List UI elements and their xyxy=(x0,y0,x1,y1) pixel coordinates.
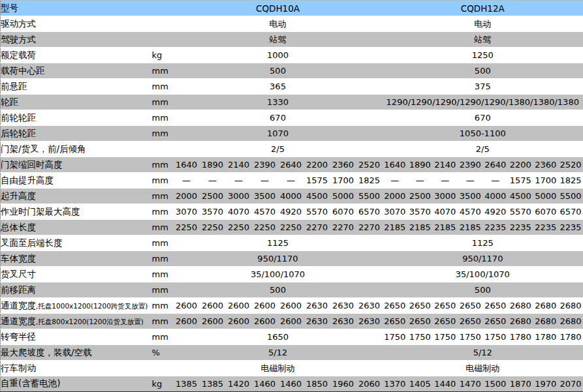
row-label: 通道宽度,托盘1000x1200(1200跨货叉放置) xyxy=(1,298,152,314)
table-row: 前移距离mm500500 xyxy=(1,282,583,298)
row-label: 货叉尺寸 xyxy=(1,267,152,282)
row-unit xyxy=(152,361,174,376)
value-cell: 2680 xyxy=(533,314,559,329)
row-label-text: 车体宽度 xyxy=(1,253,36,264)
row-label: 最大爬坡度，装载/空载 xyxy=(1,345,152,361)
row-label-text: 转弯半径 xyxy=(1,331,36,342)
value-cell: 5/12 xyxy=(174,345,383,361)
row-unit: kg xyxy=(152,376,174,392)
value-cell: 2600 xyxy=(278,314,304,329)
row-label-text: 叉面至后端长度 xyxy=(1,237,63,248)
value-cell: 2650 xyxy=(458,298,483,314)
value-cell: 2520 xyxy=(558,157,583,173)
spec-table: 型号 CQDH10A CQDH12A 驱动方式电动电动驾驶方式站驾站驾额定载荷k… xyxy=(0,0,583,392)
value-cell: 1640 xyxy=(174,157,200,173)
row-label: 前轮轮距 xyxy=(1,110,152,126)
value-cell: — xyxy=(226,173,252,188)
value-cell: 4000 xyxy=(278,188,304,204)
value-cell: 35/100/1070 xyxy=(174,267,383,282)
value-cell: 2270 xyxy=(304,220,330,235)
value-cell: 5000 xyxy=(330,188,356,204)
value-cell: 电动 xyxy=(383,16,583,32)
row-unit xyxy=(152,142,174,157)
row-label: 车体宽度 xyxy=(1,251,152,267)
row-label-text: 后轮轮距 xyxy=(1,128,36,138)
row-unit: mm xyxy=(152,282,174,298)
value-cell: 1385 xyxy=(174,376,200,392)
row-label: 起升高度 xyxy=(1,188,152,204)
row-label-text: 货叉尺寸 xyxy=(1,269,36,279)
row-label-text: 额定载荷 xyxy=(1,50,36,60)
value-cell: 1750 xyxy=(433,329,458,345)
value-cell: 1780 xyxy=(558,329,583,345)
value-cell: 2/5 xyxy=(383,142,583,157)
row-label-text: 总体长度 xyxy=(1,222,36,232)
value-cell: 2680 xyxy=(533,298,559,314)
value-cell: 2650 xyxy=(433,298,458,314)
value-cell: 500 xyxy=(174,282,383,298)
row-unit: mm xyxy=(152,314,174,329)
value-cell: 2600 xyxy=(174,314,200,329)
row-label-text: 前悬距 xyxy=(1,81,27,91)
value-cell: 1970 xyxy=(533,376,559,392)
value-cell: 1290/1290/1290/1290/1290/1380/1380/1380 xyxy=(383,95,583,110)
value-cell: 2650 xyxy=(383,298,408,314)
value-cell: 1250 xyxy=(383,48,583,63)
value-cell: 2650 xyxy=(433,314,458,329)
value-cell: 2250 xyxy=(226,220,252,235)
value-cell: 1700 xyxy=(330,173,356,188)
row-unit xyxy=(152,16,174,32)
value-cell: 2630 xyxy=(356,298,383,314)
value-cell: 2500 xyxy=(200,188,226,204)
value-cell: 5570 xyxy=(508,204,533,220)
value-cell: 4920 xyxy=(483,204,509,220)
value-cell: 2600 xyxy=(174,298,200,314)
table-row: 额定载荷kg10001250 xyxy=(1,48,583,63)
spec-table-body: 驱动方式电动电动驾驶方式站驾站驾额定载荷kg10001250载荷中心距mm500… xyxy=(1,16,583,392)
value-cell: 3500 xyxy=(458,188,483,204)
row-unit: mm xyxy=(152,126,174,142)
row-unit: mm xyxy=(152,220,174,235)
value-cell: 2250 xyxy=(174,220,200,235)
row-label-text: 前轮轮距 xyxy=(1,112,36,123)
row-label-text: 轮距 xyxy=(1,97,18,107)
row-label: 自由提升高度 xyxy=(1,173,152,188)
row-label-text: 自由提升高度 xyxy=(1,175,54,185)
table-row: 货叉尺寸mm35/100/107035/100/1070 xyxy=(1,267,583,282)
value-cell: 1870 xyxy=(508,376,533,392)
value-cell: 1780 xyxy=(533,329,559,345)
value-cell: 2680 xyxy=(508,298,533,314)
value-cell: 4500 xyxy=(508,188,533,204)
value-cell: 1640 xyxy=(383,157,408,173)
value-cell: — xyxy=(458,173,483,188)
row-unit xyxy=(152,32,174,48)
table-row: 前悬距mm365375 xyxy=(1,79,583,95)
row-label-text: 门架缩回时高度 xyxy=(1,159,63,170)
value-cell: 3000 xyxy=(226,188,252,204)
value-cell: 1825 xyxy=(558,173,583,188)
row-unit: mm xyxy=(152,173,174,188)
value-cell: — xyxy=(200,173,226,188)
row-label: 转弯半径 xyxy=(1,329,152,345)
table-row: 最大爬坡度，装载/空载%5/125/12 xyxy=(1,345,583,361)
value-cell: 2140 xyxy=(433,157,458,173)
value-cell: 3500 xyxy=(252,188,278,204)
value-cell: 2600 xyxy=(278,298,304,314)
row-label: 前移距离 xyxy=(1,282,152,298)
row-unit: mm xyxy=(152,79,174,95)
value-cell: 2235 xyxy=(508,220,533,235)
value-cell: 670 xyxy=(174,110,383,126)
value-cell: 1440 xyxy=(433,376,458,392)
value-cell: 2680 xyxy=(558,314,583,329)
value-cell: 2270 xyxy=(330,220,356,235)
value-cell: 4070 xyxy=(226,204,252,220)
row-label: 叉面至后端长度 xyxy=(1,235,152,251)
value-cell: 电磁制动 xyxy=(383,361,583,376)
value-cell: 1750 xyxy=(458,329,483,345)
row-unit: mm xyxy=(152,157,174,173)
value-cell: 2000 xyxy=(383,188,408,204)
value-cell: 5500 xyxy=(356,188,383,204)
header-model2-name: CQDH12A xyxy=(383,1,583,16)
value-cell: — xyxy=(174,173,200,188)
value-cell: 1575 xyxy=(508,173,533,188)
